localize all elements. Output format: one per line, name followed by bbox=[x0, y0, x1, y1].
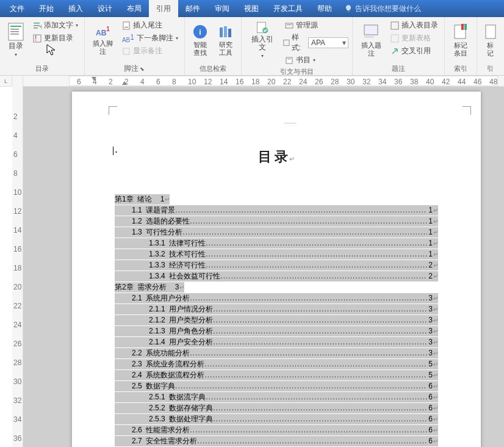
toc-button[interactable]: 目录▾ bbox=[4, 18, 28, 62]
cross-reference-button[interactable]: 交叉引用 bbox=[388, 45, 441, 57]
horizontal-ruler[interactable]: 6422468101214161820222426283032343638404… bbox=[23, 76, 504, 87]
bibliography-button[interactable]: 书目 ▾ bbox=[283, 54, 348, 66]
vertical-ruler[interactable]: 24681012141618202224262830323436 bbox=[12, 76, 23, 447]
toc-entry[interactable]: 2.5.2 数据存储字典............................… bbox=[115, 403, 438, 414]
svg-text:!: ! bbox=[35, 34, 37, 43]
svg-rect-22 bbox=[287, 24, 292, 25]
toc-entry[interactable]: 2.7 安全性需求分析.............................… bbox=[115, 436, 438, 447]
insert-footnote-button[interactable]: AB1 插入脚注 bbox=[88, 18, 117, 62]
tell-me-search[interactable]: 告诉我你想要做什么 bbox=[344, 4, 421, 14]
books-icon bbox=[218, 24, 234, 40]
tab-insert[interactable]: 插入 bbox=[61, 0, 90, 18]
svg-rect-18 bbox=[228, 29, 231, 37]
insert-table-figures-button[interactable]: 插入表目录 bbox=[388, 20, 441, 31]
toc-entry[interactable]: 2.1.3 用户角色分析............................… bbox=[115, 326, 438, 337]
citation-style-select[interactable]: 样式:APA bbox=[283, 32, 348, 53]
mark-entry-button[interactable]: 标记 条目 bbox=[448, 18, 473, 62]
page-viewport[interactable]: ﹏﹏ · 目 录 第1章 绪论 1↵1.1 课题背景..............… bbox=[23, 87, 504, 447]
svg-rect-23 bbox=[284, 40, 289, 45]
tab-references[interactable]: 引用 bbox=[149, 0, 178, 18]
svg-rect-16 bbox=[220, 27, 223, 37]
group-citations: 插入引文▾ 管理源 样式:APA 书目 ▾ 引文与书目 bbox=[242, 17, 353, 75]
toc-entry[interactable]: 2.1.1 用户情况分析............................… bbox=[115, 304, 438, 315]
tab-view[interactable]: 视图 bbox=[237, 0, 266, 18]
group-toc: 目录▾ +添加文字 ▾ !更新目录 目录 bbox=[0, 17, 85, 75]
crossref-icon bbox=[391, 47, 399, 56]
tab-review[interactable]: 审阅 bbox=[207, 0, 237, 18]
toc-entry[interactable]: 2.1 系统用户分析..............................… bbox=[115, 293, 438, 304]
toc-entry[interactable]: 1.3.4 社会效益可行性...........................… bbox=[115, 271, 438, 282]
svg-rect-26 bbox=[364, 25, 378, 35]
text-cursor bbox=[113, 147, 113, 155]
citation-icon bbox=[254, 21, 271, 34]
tab-layout[interactable]: 布局 bbox=[120, 0, 149, 18]
svg-rect-11 bbox=[123, 22, 129, 29]
toc-entry[interactable]: 2.1.4 用户安全分析............................… bbox=[115, 337, 438, 348]
tab-dev[interactable]: 开发工具 bbox=[266, 0, 310, 18]
toc-entry[interactable]: 第1章 绪论 1↵ bbox=[115, 194, 170, 205]
toc-entry[interactable]: 1.3 可行性分析...............................… bbox=[115, 227, 438, 238]
svg-rect-1 bbox=[10, 26, 21, 27]
toc-entry[interactable]: 1.3.2 技术可行性.............................… bbox=[115, 249, 438, 260]
tab-home[interactable]: 开始 bbox=[32, 0, 61, 18]
svg-rect-24 bbox=[286, 57, 292, 64]
toc-entry[interactable]: 2.1.2 用户类型分析............................… bbox=[115, 315, 438, 326]
svg-rect-7 bbox=[34, 27, 38, 29]
insert-caption-button[interactable]: 插入题注 bbox=[356, 18, 386, 62]
document-page[interactable]: ﹏﹏ · 目 录 第1章 绪论 1↵1.1 课题背景..............… bbox=[72, 92, 481, 447]
tab-help[interactable]: 帮助 bbox=[310, 0, 339, 18]
manage-icon bbox=[285, 21, 293, 30]
toc-entry[interactable]: 2.5.3 数据处理字典............................… bbox=[115, 414, 438, 425]
add-text-icon: + bbox=[33, 21, 41, 30]
group-label-mark: 引 bbox=[487, 63, 494, 75]
mark2-icon bbox=[484, 23, 497, 40]
next-footnote-button[interactable]: AB1下一条脚注 ▾ bbox=[120, 32, 181, 44]
tab-file[interactable]: 文件 bbox=[2, 0, 32, 18]
update-table-button: 更新表格 bbox=[388, 32, 441, 44]
svg-rect-3 bbox=[10, 31, 19, 32]
toc-entry[interactable]: 2.3 系统业务流程分析............................… bbox=[115, 359, 438, 370]
caption-icon bbox=[362, 23, 380, 40]
svg-rect-4 bbox=[10, 34, 19, 35]
research-tool-button[interactable]: 研究 工具 bbox=[214, 18, 237, 62]
group-label-toc: 目录 bbox=[35, 63, 49, 75]
table-of-contents[interactable]: 第1章 绪论 1↵1.1 课题背景.......................… bbox=[115, 194, 438, 447]
tab-mail[interactable]: 邮件 bbox=[178, 0, 207, 18]
toc-entry[interactable]: 1.3.3 经济可行性.............................… bbox=[115, 260, 438, 271]
toc-entry[interactable]: 2.6 性能需求分析..............................… bbox=[115, 425, 438, 436]
style-icon bbox=[283, 38, 290, 47]
svg-rect-28 bbox=[391, 22, 398, 29]
svg-rect-2 bbox=[10, 29, 19, 30]
toc-entry[interactable]: 1.2 选题的必要性..............................… bbox=[115, 216, 438, 227]
insert-citation-button[interactable]: 插入引文▾ bbox=[245, 18, 280, 62]
svg-rect-33 bbox=[486, 25, 495, 38]
group-label-research: 信息检索 bbox=[200, 63, 226, 75]
smart-lookup-button[interactable]: i 智能 查找 bbox=[189, 18, 212, 62]
menu-tabs: 文件 开始 插入 设计 布局 引用 邮件 审阅 视图 开发工具 帮助 告诉我你想… bbox=[0, 0, 504, 17]
svg-rect-27 bbox=[364, 36, 374, 38]
svg-rect-21 bbox=[286, 23, 293, 28]
svg-rect-32 bbox=[464, 24, 467, 30]
toc-entry[interactable]: 第2章 需求分析 3↵ bbox=[115, 282, 184, 293]
toc-entry[interactable]: 2.5 数据字典................................… bbox=[115, 381, 438, 392]
mark-cite-button[interactable]: 标记 bbox=[481, 18, 500, 62]
toc-heading[interactable]: 目 录 bbox=[72, 148, 481, 166]
svg-rect-12 bbox=[124, 27, 128, 27]
update-toc-button[interactable]: !更新目录 bbox=[31, 32, 81, 44]
toc-entry[interactable]: 2.4 系统数据流程分析............................… bbox=[115, 370, 438, 381]
info-icon: i bbox=[192, 24, 208, 40]
paragraph-dot: · bbox=[115, 145, 118, 158]
toc-entry[interactable]: 2.5.1 数据流字典.............................… bbox=[115, 392, 438, 403]
toc-entry[interactable]: 1.1 课题背景................................… bbox=[115, 205, 438, 216]
lightbulb-icon bbox=[344, 4, 353, 13]
tab-design[interactable]: 设计 bbox=[90, 0, 120, 18]
endnote-icon bbox=[122, 21, 131, 30]
add-text-button[interactable]: +添加文字 ▾ bbox=[31, 20, 81, 31]
toc-entry[interactable]: 1.3.1 法律可行性.............................… bbox=[115, 238, 438, 249]
toc-entry[interactable]: 2.2 系统功能分析..............................… bbox=[115, 348, 438, 359]
manage-sources-button[interactable]: 管理源 bbox=[283, 20, 348, 31]
margin-corner-tr bbox=[463, 106, 471, 115]
squiggly-mark: ﹏﹏ bbox=[284, 117, 297, 126]
update-icon: ! bbox=[33, 34, 41, 43]
insert-endnote-button[interactable]: 插入尾注 bbox=[120, 20, 181, 31]
